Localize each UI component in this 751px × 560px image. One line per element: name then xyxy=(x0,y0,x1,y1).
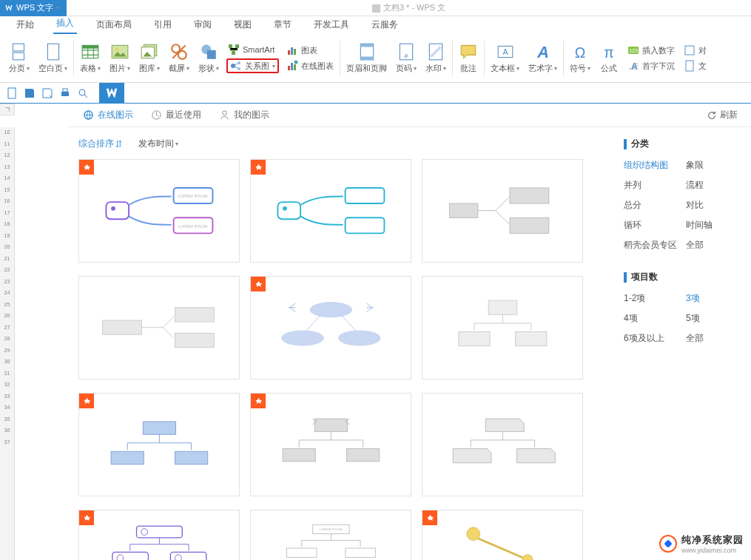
count-6plus[interactable]: 6项及以上 xyxy=(624,332,681,345)
object-button-2[interactable]: 文 xyxy=(682,59,708,72)
cat-timeline[interactable]: 时间轴 xyxy=(686,219,744,232)
menu-sections[interactable]: 章节 xyxy=(271,16,294,34)
qa-new-icon[interactable] xyxy=(6,87,18,99)
cat-flow[interactable]: 流程 xyxy=(686,179,744,192)
menu-review[interactable]: 审阅 xyxy=(191,16,215,34)
document-title: 文档3 * - WPS 文 xyxy=(67,2,751,13)
menu-start[interactable]: 开始 xyxy=(13,16,37,34)
symbol-button[interactable]: Ω 符号 xyxy=(565,36,595,81)
count-all[interactable]: 全部 xyxy=(686,332,744,345)
insert-number-button[interactable]: 123插入数字 xyxy=(626,44,676,57)
object-button-1[interactable]: 对 xyxy=(682,44,708,57)
template-card[interactable] xyxy=(78,276,240,379)
template-card[interactable] xyxy=(78,510,240,560)
cat-cycle[interactable]: 循环 xyxy=(624,219,681,232)
tab-recent[interactable]: 最近使用 xyxy=(151,109,201,121)
chart-button[interactable]: 图表 xyxy=(285,44,335,57)
template-card[interactable] xyxy=(250,393,411,496)
picture-button[interactable]: 图片 xyxy=(105,36,135,81)
svg-rect-58 xyxy=(345,218,384,234)
menu-cloud[interactable]: 云服务 xyxy=(368,16,401,34)
textbox-button[interactable]: A 文本框 xyxy=(486,36,524,81)
svg-rect-42 xyxy=(8,88,16,98)
wordart-button[interactable]: A 艺术字 xyxy=(524,36,562,81)
cat-all[interactable]: 全部 xyxy=(686,239,744,252)
page-number-button[interactable]: # 页码 xyxy=(391,36,421,81)
cat-org-chart[interactable]: 组织结构图 xyxy=(624,159,681,172)
svg-rect-28 xyxy=(360,57,373,60)
svg-point-81 xyxy=(117,555,124,560)
svg-rect-49 xyxy=(106,202,129,219)
menu-devtools[interactable]: 开发工具 xyxy=(311,16,352,34)
tab-mine[interactable]: 我的图示 xyxy=(219,109,269,121)
home-button[interactable] xyxy=(99,83,124,104)
sort-arrows-icon xyxy=(115,140,122,148)
relation-diagram-button[interactable]: 关系图▾ xyxy=(226,58,279,73)
dropcap-button[interactable]: A首字下沉 xyxy=(626,59,676,72)
template-card[interactable] xyxy=(78,393,240,496)
qa-print-icon[interactable] xyxy=(59,87,71,99)
svg-rect-21 xyxy=(294,49,296,55)
tab-online-diagram[interactable]: 在线图示 xyxy=(83,109,133,121)
comment-button[interactable]: 批注 xyxy=(454,36,482,81)
cat-quadrant[interactable]: 象限 xyxy=(686,159,744,172)
qa-save-icon[interactable] xyxy=(24,87,36,99)
cat-compare[interactable]: 对比 xyxy=(686,199,744,212)
online-chart-button[interactable]: 在线图表 xyxy=(285,59,335,72)
svg-rect-27 xyxy=(360,44,373,47)
svg-rect-13 xyxy=(229,44,232,48)
count-list: 1-2项 3项 4项 5项 6项及以上 全部 xyxy=(624,292,744,345)
header-footer-button[interactable]: 页眉和页脚 xyxy=(342,36,391,81)
count-4[interactable]: 4项 xyxy=(624,312,681,325)
table-button[interactable]: 表格 xyxy=(75,36,105,81)
gallery-button[interactable]: 图库 xyxy=(135,36,164,81)
qa-saveas-icon[interactable] xyxy=(41,87,53,99)
svg-rect-69 xyxy=(458,332,489,346)
template-card[interactable]: LOREM IPSUMLOREM IPSUM xyxy=(78,159,240,263)
count-1-2[interactable]: 1-2项 xyxy=(624,292,681,305)
side-panel: 分类 组织结构图 象限 并列 流程 总分 对比 循环 时间轴 稻壳会员专区 全部… xyxy=(610,127,751,560)
blank-page-button[interactable]: 空白页 xyxy=(34,36,72,81)
cat-parallel[interactable]: 并列 xyxy=(624,179,681,192)
menu-view[interactable]: 视图 xyxy=(231,16,255,34)
svg-rect-19 xyxy=(288,50,290,55)
sort-comprehensive[interactable]: 综合排序 xyxy=(78,138,122,150)
sort-publish-time[interactable]: 发布时间▾ xyxy=(138,138,178,150)
document-icon xyxy=(372,4,380,13)
relation-icon xyxy=(230,60,242,72)
count-3[interactable]: 3项 xyxy=(686,292,744,305)
equation-button[interactable]: π 公式 xyxy=(595,36,623,81)
screenshot-button[interactable]: 截屏 xyxy=(164,36,194,81)
cat-summary[interactable]: 总分 xyxy=(624,199,681,212)
svg-text:LOREM IPSUM: LOREM IPSUM xyxy=(178,195,207,199)
page-break-button[interactable]: 分页 xyxy=(4,36,34,81)
header-footer-icon xyxy=(357,42,377,61)
shapes-button[interactable]: 形状 xyxy=(194,36,223,81)
menu-references[interactable]: 引用 xyxy=(151,16,175,34)
picture-icon xyxy=(110,42,129,61)
svg-rect-2 xyxy=(47,44,58,60)
refresh-icon xyxy=(707,110,717,121)
qa-preview-icon[interactable] xyxy=(77,87,89,99)
template-card[interactable] xyxy=(422,276,583,379)
svg-rect-63 xyxy=(175,308,214,322)
svg-rect-60 xyxy=(510,188,549,203)
svg-rect-70 xyxy=(515,332,546,346)
refresh-button[interactable]: 刷新 xyxy=(707,109,738,121)
menu-insert[interactable]: 插入 xyxy=(53,14,77,34)
template-card[interactable] xyxy=(250,276,411,379)
svg-point-6 xyxy=(115,48,118,51)
template-card[interactable] xyxy=(422,510,583,560)
number-icon: 123 xyxy=(627,44,639,56)
template-card[interactable] xyxy=(422,159,583,263)
blank-page-icon xyxy=(44,42,63,61)
template-card[interactable] xyxy=(250,159,411,263)
template-card[interactable] xyxy=(422,393,583,496)
watermark-button[interactable]: 水印 xyxy=(421,36,451,81)
template-card[interactable]: LOREM IPSUM xyxy=(250,510,411,560)
smartart-button[interactable]: SmartArt xyxy=(226,43,279,56)
menu-page-layout[interactable]: 页面布局 xyxy=(93,16,135,34)
svg-rect-85 xyxy=(345,548,375,557)
cat-member-zone[interactable]: 稻壳会员专区 xyxy=(624,239,681,252)
count-5[interactable]: 5项 xyxy=(686,312,744,325)
